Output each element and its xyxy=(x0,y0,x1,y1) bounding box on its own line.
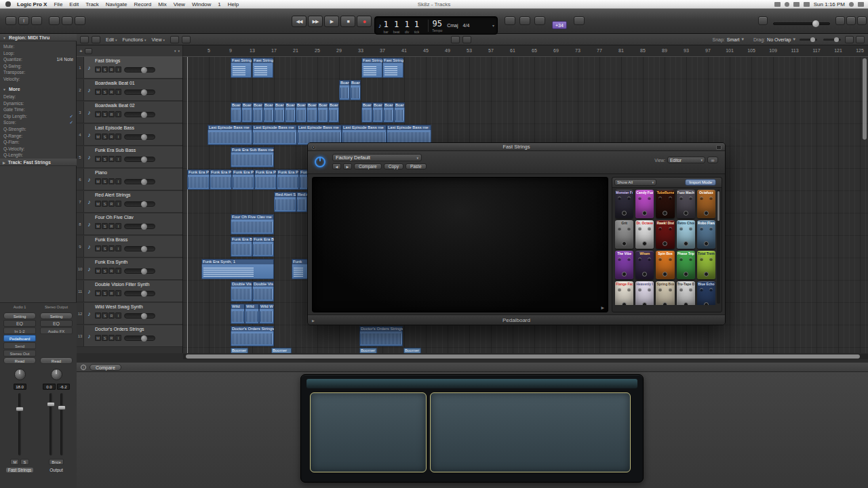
note-pads-icon[interactable] xyxy=(846,16,856,25)
snap-dropdown-icon[interactable]: ▾ xyxy=(741,37,744,42)
region-boar[interactable]: Boar xyxy=(274,102,285,123)
track-s-button[interactable]: S xyxy=(102,111,108,117)
region-boar[interactable]: Boar xyxy=(241,102,252,123)
master-volume-knob[interactable] xyxy=(812,20,819,27)
track-m-button[interactable]: M xyxy=(95,290,101,296)
forward-button[interactable]: ▶▶ xyxy=(308,16,323,27)
track-header-boardwalk-beat-01[interactable]: 2♪Boardwalk Beat 01MSRI xyxy=(77,79,183,101)
track-m-button[interactable]: M xyxy=(95,156,101,162)
more-header[interactable]: ▼ More xyxy=(0,85,77,93)
track-s-button[interactable]: S xyxy=(102,156,108,162)
track-volume-slider[interactable] xyxy=(124,336,155,341)
arrange-menu-edit[interactable]: Edit▾ xyxy=(103,37,120,42)
track-i-button[interactable]: I xyxy=(115,268,121,274)
region-boar[interactable]: Boar xyxy=(383,102,394,123)
quick-help-icon[interactable] xyxy=(31,16,42,25)
track-header-wild-west-swag-synth[interactable]: 12♪Wild West Swag SynthMSRI xyxy=(77,303,183,325)
menubar-item-edit[interactable]: Edit xyxy=(66,0,82,9)
region-funk-era-b[interactable]: Funk Era B xyxy=(231,237,252,257)
region-funk-era-b[interactable]: Funk Era B xyxy=(252,237,274,257)
track-m-button[interactable]: M xyxy=(95,66,101,73)
track-i-button[interactable]: I xyxy=(115,89,121,95)
link-icon[interactable]: ∞ xyxy=(707,157,718,163)
track-header-double-vision-filter-synth[interactable]: 11♪Double Vision Filter SynthMSRI xyxy=(77,281,183,302)
track-i-button[interactable]: I xyxy=(115,290,121,296)
volume-fader-2[interactable] xyxy=(60,393,63,455)
pedal-robo-flanger[interactable]: Robo Flanger xyxy=(697,220,715,249)
plugin-window[interactable]: × Fast Strings Factory Default ▾ ◀ ▶ Com… xyxy=(307,142,726,325)
region-boar[interactable]: Boar xyxy=(231,102,241,123)
region-param-dynamics[interactable]: Dynamics: xyxy=(0,100,77,106)
channel-m-button[interactable]: M xyxy=(10,459,19,465)
pedal-total-tremolo[interactable]: Total Tremolo xyxy=(697,251,715,279)
region-doctor-s-orders-strings[interactable]: Doctor's Orders Strings xyxy=(231,326,274,346)
track-m-button[interactable]: M xyxy=(95,111,101,117)
track-header-fast-strings[interactable]: 1♪Fast StringsMSRI xyxy=(77,57,183,79)
track-disclosure-icon[interactable]: ▶ xyxy=(3,161,5,165)
track-header-funk-era-sub-bass[interactable]: 5♪Funk Era Sub BassMSRI xyxy=(77,146,183,168)
region-param-velocity[interactable]: Velocity: xyxy=(0,76,77,82)
command-tool-button[interactable] xyxy=(462,36,471,43)
track-volume-slider[interactable] xyxy=(124,112,155,117)
region-four-oh-five-clav-me[interactable]: Four Oh Five Clav me xyxy=(231,214,274,235)
play-button[interactable]: ▶ xyxy=(324,16,339,27)
gain-value-2[interactable]: -6.2 xyxy=(57,384,70,390)
track-volume-slider[interactable] xyxy=(124,89,155,95)
smart-controls-icon[interactable] xyxy=(49,16,60,25)
pedal-tru-tape-delay[interactable]: Tru-Tape Delay xyxy=(677,281,695,305)
region-param-q-strength[interactable]: Q-Strength: xyxy=(0,126,77,132)
lcd-dropdown-icon[interactable]: ▾ xyxy=(492,23,494,28)
wifi-icon[interactable] xyxy=(793,2,800,7)
mixer-icon[interactable] xyxy=(62,16,73,25)
track-r-button[interactable]: R xyxy=(108,111,115,117)
channel-slot-stereo-out[interactable]: Stereo Out xyxy=(3,350,36,357)
region-funk-era-p[interactable]: Funk Era P xyxy=(187,169,210,190)
region-disclosure-icon[interactable]: ▼ xyxy=(3,36,6,40)
spotlight-icon[interactable] xyxy=(849,2,854,7)
channel-s-button[interactable]: S xyxy=(20,459,28,465)
catch-playhead-icon[interactable] xyxy=(170,36,179,43)
track-header-boardwalk-beat-02[interactable]: 3♪Boardwalk Beat 02MSRI xyxy=(77,102,183,123)
track-s-button[interactable]: S xyxy=(102,178,108,184)
track-i-button[interactable]: I xyxy=(115,312,121,319)
stop-button[interactable]: ■ xyxy=(340,16,355,27)
track-s-button[interactable]: S xyxy=(102,134,108,140)
region-red-a[interactable]: Red A xyxy=(296,192,307,212)
region-boar[interactable]: Boar xyxy=(307,102,317,123)
bar-ruler[interactable]: 5913172125293337414549535761656973778185… xyxy=(183,45,868,57)
horizontal-scroll-thumb[interactable] xyxy=(186,354,860,359)
plugin-titlebar[interactable]: × Fast Strings xyxy=(308,143,725,151)
menubar-item-window[interactable]: Window xyxy=(189,0,214,9)
channel-slot-send[interactable]: Send xyxy=(3,342,36,349)
pedal-candy-fuzz[interactable]: Candy Fuzz xyxy=(635,190,654,218)
track-i-button[interactable]: I xyxy=(115,134,121,140)
region-boar[interactable]: Boar xyxy=(361,102,372,123)
track-m-button[interactable]: M xyxy=(95,335,101,341)
pedal-dr-octave[interactable]: Dr. Octave xyxy=(635,220,654,249)
track-s-button[interactable]: S xyxy=(102,268,108,274)
lcd-key[interactable]: Cmaj xyxy=(447,23,458,28)
region-red-alert-s[interactable]: Red Alert S xyxy=(274,192,296,212)
track-zoom-icon[interactable]: ▾ xyxy=(178,49,180,53)
cycle-icon[interactable] xyxy=(505,16,515,25)
track-r-button[interactable]: R xyxy=(108,178,115,184)
track-volume-knob[interactable] xyxy=(141,67,147,73)
region-boomer[interactable]: Boomer xyxy=(231,348,248,353)
track-volume-knob[interactable] xyxy=(141,291,147,297)
gain-value[interactable]: 18.0 xyxy=(14,384,26,390)
menubar-item-record[interactable]: Record xyxy=(130,0,155,9)
pedal-phase-tripper[interactable]: Phase Tripper xyxy=(677,251,695,279)
editors-icon[interactable] xyxy=(75,16,85,25)
zoom-v-icon[interactable] xyxy=(856,36,865,43)
track-volume-knob[interactable] xyxy=(141,89,147,96)
track-r-button[interactable]: R xyxy=(108,290,115,296)
track-i-button[interactable]: I xyxy=(115,156,121,162)
pedal-spin-box[interactable]: Spin Box xyxy=(656,251,674,279)
region-param-q-length[interactable]: Q-Length: xyxy=(0,152,77,158)
list-editors-icon[interactable] xyxy=(835,16,845,25)
track-r-button[interactable]: R xyxy=(108,223,115,229)
plugin-paste-button[interactable]: Paste xyxy=(406,163,427,169)
track-volume-knob[interactable] xyxy=(141,336,147,342)
battery-icon[interactable] xyxy=(804,2,810,7)
lcd-position-div[interactable]: 1div xyxy=(404,18,409,34)
